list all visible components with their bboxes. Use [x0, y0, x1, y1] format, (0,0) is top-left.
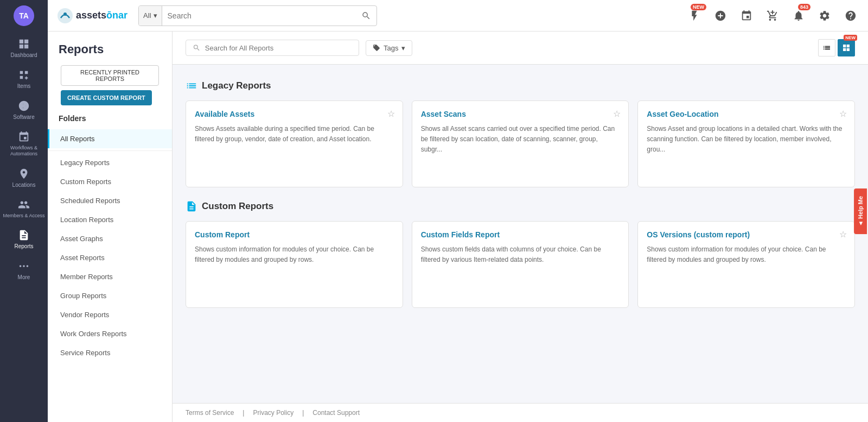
- card-title: OS Versions (custom report): [647, 230, 846, 239]
- card-description: Shows Asset and group locations in a det…: [647, 124, 846, 155]
- calendar-button[interactable]: [738, 7, 755, 24]
- sidebar-item-members[interactable]: Members & Access: [0, 193, 48, 224]
- add-icon: [714, 10, 726, 22]
- avatar[interactable]: TA: [14, 5, 34, 26]
- card-available-assets[interactable]: Available Assets Shows Assets available …: [186, 100, 403, 187]
- create-custom-report-button[interactable]: CREATE CUSTOM REPORT: [61, 90, 152, 105]
- bell-button[interactable]: 843: [790, 7, 807, 24]
- svg-rect-2: [20, 45, 23, 48]
- card-title: Available Assets: [195, 110, 394, 118]
- bell-badge: 843: [798, 4, 810, 10]
- main-area: assetsōnar All ▾ NEW: [48, 0, 868, 422]
- settings-button[interactable]: [816, 7, 833, 24]
- svg-rect-3: [24, 45, 28, 48]
- legacy-cards-grid: Available Assets Shows Assets available …: [186, 100, 855, 187]
- dashboard-icon: [18, 38, 30, 50]
- sidebar-item-workflows[interactable]: Workflows & Automations: [0, 125, 48, 162]
- sidebar-item-items[interactable]: Items: [0, 64, 48, 95]
- legacy-section-icon: [186, 80, 197, 92]
- bell-icon: [793, 10, 805, 22]
- sidebar-item-dashboard[interactable]: Dashboard: [0, 33, 48, 64]
- grid-new-badge: NEW: [844, 35, 857, 41]
- terms-link[interactable]: Terms of Service: [186, 409, 234, 417]
- search-bar: All ▾: [138, 5, 377, 26]
- svg-rect-0: [20, 40, 23, 43]
- sidebar-item-software[interactable]: Software: [0, 95, 48, 125]
- svg-point-9: [63, 12, 67, 16]
- star-icon[interactable]: ☆: [387, 109, 395, 119]
- help-button[interactable]: [842, 7, 859, 24]
- list-view-button[interactable]: [818, 39, 835, 56]
- folders-panel: Reports RECENTLY PRINTED REPORTS CREATE …: [48, 32, 173, 422]
- page-title: Reports: [59, 42, 104, 56]
- card-custom-report[interactable]: Custom Report Shows custom information f…: [186, 221, 403, 308]
- folders-title: Folders: [48, 114, 172, 129]
- folder-item-vendor-reports[interactable]: Vendor Reports: [48, 305, 172, 324]
- grid-view-button[interactable]: [838, 39, 855, 56]
- settings-icon: [819, 10, 831, 22]
- help-icon: [845, 10, 857, 22]
- card-title: Custom Report: [195, 230, 394, 239]
- card-custom-fields-report[interactable]: Custom Fields Report Shows custom fields…: [412, 221, 629, 308]
- star-icon[interactable]: ☆: [839, 229, 847, 240]
- calendar-icon: [741, 10, 752, 22]
- svg-rect-1: [24, 40, 28, 43]
- help-me-button[interactable]: ◄ Help Me: [854, 188, 867, 234]
- custom-icon: [186, 200, 197, 212]
- card-description: Shows all Asset scans carried out over a…: [421, 124, 620, 155]
- search-dropdown[interactable]: All ▾: [139, 6, 162, 26]
- logo-text: assetsōnar: [76, 10, 127, 21]
- content-area: Reports RECENTLY PRINTED REPORTS CREATE …: [48, 32, 868, 422]
- folder-item-work-orders[interactable]: Work Orders Reports: [48, 324, 172, 343]
- folder-item-asset-graphs[interactable]: Asset Graphs: [48, 229, 172, 248]
- more-icon: [18, 260, 30, 272]
- folder-item-group-reports[interactable]: Group Reports: [48, 286, 172, 305]
- add-button[interactable]: [712, 7, 729, 24]
- reports-icon: [18, 229, 30, 241]
- folder-item-location-reports[interactable]: Location Reports: [48, 210, 172, 229]
- folder-item-scheduled-reports[interactable]: Scheduled Reports: [48, 191, 172, 210]
- search-icon: [361, 11, 371, 21]
- folder-item-all-reports[interactable]: All Reports: [48, 129, 172, 148]
- contact-link[interactable]: Contact Support: [312, 409, 360, 417]
- tags-button[interactable]: Tags ▾: [366, 40, 412, 56]
- sidebar: TA Dashboard Items Software Workflows & …: [0, 0, 48, 422]
- search-input[interactable]: [162, 6, 356, 26]
- legacy-section-title: Legacy Reports: [202, 80, 271, 91]
- lightning-button[interactable]: NEW: [686, 7, 703, 24]
- star-icon[interactable]: ☆: [839, 109, 847, 119]
- topnav: assetsōnar All ▾ NEW: [48, 0, 868, 32]
- folder-item-legacy-reports[interactable]: Legacy Reports: [48, 153, 172, 172]
- lightning-icon: [688, 10, 700, 22]
- search-button[interactable]: [356, 6, 376, 26]
- list-icon: [822, 43, 831, 52]
- workflows-icon: [18, 131, 30, 143]
- sidebar-item-locations[interactable]: Locations: [0, 162, 48, 193]
- card-os-versions[interactable]: OS Versions (custom report) Shows custom…: [637, 221, 855, 308]
- privacy-link[interactable]: Privacy Policy: [253, 409, 293, 417]
- sidebar-item-reports[interactable]: Reports: [0, 224, 48, 255]
- recently-printed-button[interactable]: RECENTLY PRINTED REPORTS: [61, 65, 159, 86]
- card-title: Custom Fields Report: [421, 230, 620, 239]
- folder-item-asset-reports[interactable]: Asset Reports: [48, 248, 172, 267]
- cart-icon: [767, 10, 778, 22]
- custom-reports-section-header: Custom Reports: [186, 200, 855, 212]
- legacy-icon: [186, 80, 197, 92]
- folder-item-member-reports[interactable]: Member Reports: [48, 267, 172, 286]
- nav-actions: NEW 843: [686, 7, 859, 24]
- custom-section-title: Custom Reports: [202, 201, 273, 212]
- legacy-reports-section-header: Legacy Reports: [186, 80, 855, 92]
- folder-item-service-reports[interactable]: Service Reports: [48, 343, 172, 362]
- sidebar-item-more[interactable]: More: [0, 255, 48, 286]
- card-description: Shows custom fields data with columns of…: [421, 244, 620, 265]
- card-asset-scans[interactable]: Asset Scans Shows all Asset scans carrie…: [412, 100, 629, 187]
- card-description: Shows custom information for modules of …: [647, 244, 846, 265]
- card-asset-geo-location[interactable]: Asset Geo-Location Shows Asset and group…: [637, 100, 855, 187]
- cart-button[interactable]: [764, 7, 781, 24]
- star-icon[interactable]: ☆: [613, 109, 621, 119]
- svg-point-7: [27, 266, 29, 268]
- folder-item-custom-reports[interactable]: Custom Reports: [48, 172, 172, 191]
- logo-icon: [56, 7, 74, 24]
- report-search-input[interactable]: [205, 44, 352, 52]
- tag-icon: [373, 44, 380, 52]
